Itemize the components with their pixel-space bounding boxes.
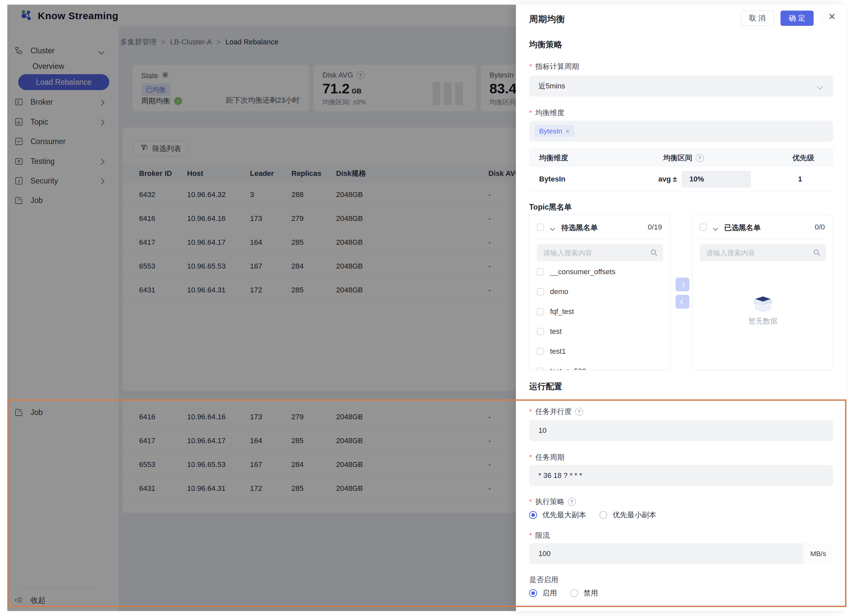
list-item[interactable]: test1 [537,341,566,361]
enable-label: 是否启用 [529,575,558,585]
interval-value-input[interactable] [681,171,751,187]
radio-max-replica[interactable] [529,511,537,519]
empty-state-text: 暂无数据 [692,316,833,326]
balance-dimension-multiselect[interactable]: BytesIn × [529,121,833,142]
transfer-right-button[interactable] [675,278,689,291]
throttle-input[interactable] [529,543,801,564]
exec-strategy-radios: 优先最大副本 优先最小副本 [529,510,656,520]
parallelism-label: 任务并行度 ? [529,407,583,417]
item-checkbox[interactable] [537,268,544,276]
empty-state: 暂无数据 [692,293,833,326]
chevron-down-icon[interactable] [551,226,554,232]
enable-radios: 启用 禁用 [529,588,598,598]
column-header: 均衡维度 [539,153,568,163]
panel-count: 0/19 [648,223,662,232]
parallelism-input[interactable] [529,420,833,441]
drawer-title: 周期均衡 [529,13,565,25]
topic-name: __consumer_offsets [550,268,616,276]
interval-prefix: avg ± [658,175,677,184]
question-circle-icon[interactable]: ? [696,154,704,162]
cell-priority: 1 [798,175,802,184]
exec-strategy-label-text: 执行策略 [536,497,565,507]
dimension-tag-label: BytesIn [539,127,562,135]
list-item[interactable]: fqf_test [537,302,574,322]
topic-name: test1 [550,347,566,356]
search-input[interactable] [706,244,810,262]
search-input[interactable] [543,244,647,262]
topic-blacklist-label: Topic黑名单 [529,202,572,212]
select-all-checkbox[interactable] [700,223,707,231]
search-icon [650,249,658,258]
empty-box-icon [751,308,775,313]
column-header-label: 均衡区间 [663,153,692,163]
item-checkbox[interactable] [537,288,544,296]
item-checkbox[interactable] [537,368,544,370]
list-item[interactable]: test_n_500 [537,361,586,370]
chevron-down-icon[interactable] [713,226,717,232]
radio-enable[interactable] [529,589,537,597]
radio-min-replica[interactable] [600,511,607,519]
chevron-down-icon [818,84,822,90]
topic-name: test [550,327,562,336]
radio-label: 启用 [542,588,557,598]
list-item[interactable]: demo [537,282,568,302]
panel-count: 0/0 [815,223,825,232]
cron-input[interactable] [529,465,833,486]
panel-title: 待选黑名单 [561,223,598,233]
section-balance-strategy: 均衡策略 [529,39,562,50]
item-checkbox[interactable] [537,308,544,315]
topic-name: test_n_500 [550,367,586,370]
balance-dimension-label: 均衡维度 [529,108,565,118]
column-header: 均衡区间 ? [663,153,704,163]
question-circle-icon[interactable]: ? [568,498,576,506]
list-item[interactable]: test [537,322,562,341]
drawer-backdrop-mask [7,5,516,611]
radio-label: 优先最小副本 [613,510,656,520]
item-checkbox[interactable] [537,328,544,335]
metric-period-label: 指标计算周期 [529,62,579,71]
blacklist-target-panel: 已选黑名单 0/0 暂无数据 [692,215,833,370]
radio-disable[interactable] [570,589,578,597]
section-run-config: 运行配置 [529,381,562,392]
periodic-balance-drawer: 周期均衡 取 消 确 定 × 均衡策略 指标计算周期 近5mins 均衡维度 B… [516,5,846,611]
radio-label: 优先最大副本 [542,510,586,520]
header-divider [822,12,822,24]
close-icon[interactable]: × [829,11,835,23]
panel-title: 已选黑名单 [724,223,760,233]
throttle-unit: MB/s [803,543,833,564]
transfer-left-button[interactable] [675,295,689,309]
parallelism-label-text: 任务并行度 [536,407,572,417]
cron-label: 任务周期 [529,452,565,462]
blacklist-search-box [700,244,826,261]
dimension-tag: BytesIn × [534,125,574,137]
cell-dimension: BytesIn [539,175,565,184]
confirm-button[interactable]: 确 定 [780,11,814,26]
throttle-label: 限流 [529,531,550,540]
item-checkbox[interactable] [537,348,544,355]
select-all-checkbox[interactable] [537,223,544,231]
remove-tag-icon[interactable]: × [566,127,569,135]
search-icon [813,249,821,258]
metric-period-select[interactable]: 近5mins [529,76,833,97]
column-header: 优先级 [792,153,814,163]
dimension-table-header: 均衡维度 均衡区间 ? 优先级 [529,149,833,167]
blacklist-source-panel: 待选黑名单 0/19 __consumer_offsets demo fqf_t… [529,215,670,370]
metric-period-value: 近5mins [539,81,565,91]
list-item[interactable]: __consumer_offsets [537,262,616,282]
topic-name: fqf_test [550,307,574,316]
throttle-field: MB/s [529,543,833,564]
radio-label: 禁用 [583,588,598,598]
dimension-table-row: BytesIn avg ± 1 [529,167,833,192]
exec-strategy-label: 执行策略 ? [529,497,576,507]
cancel-button[interactable]: 取 消 [741,11,774,26]
question-circle-icon[interactable]: ? [575,408,583,416]
blacklist-search-box [537,244,663,261]
topic-name: demo [550,287,568,296]
